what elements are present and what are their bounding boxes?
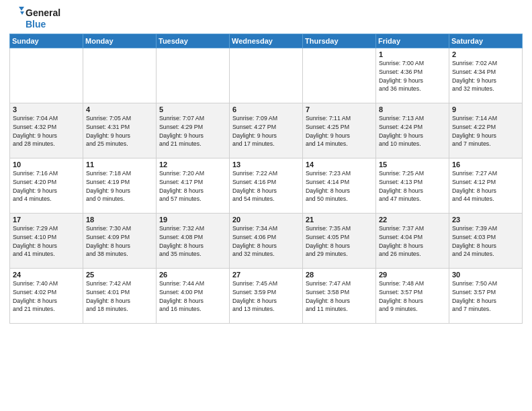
calendar-week-3: 10Sunrise: 7:16 AM Sunset: 4:20 PM Dayli… — [10, 158, 523, 214]
col-header-saturday: Saturday — [449, 34, 523, 48]
calendar-week-2: 3Sunrise: 7:04 AM Sunset: 4:32 PM Daylig… — [10, 103, 523, 158]
calendar-cell — [83, 48, 157, 103]
day-info: Sunrise: 7:23 AM Sunset: 4:14 PM Dayligh… — [306, 169, 373, 203]
day-info: Sunrise: 7:25 AM Sunset: 4:13 PM Dayligh… — [379, 169, 446, 203]
day-info: Sunrise: 7:34 AM Sunset: 4:06 PM Dayligh… — [232, 224, 300, 259]
calendar-cell: 22Sunrise: 7:37 AM Sunset: 4:04 PM Dayli… — [376, 214, 449, 269]
day-number: 24 — [13, 271, 80, 279]
day-number: 21 — [306, 216, 373, 224]
calendar-cell: 12Sunrise: 7:20 AM Sunset: 4:17 PM Dayli… — [157, 158, 230, 214]
day-number: 4 — [86, 105, 153, 113]
calendar-week-1: 1Sunrise: 7:00 AM Sunset: 4:36 PM Daylig… — [10, 48, 523, 103]
day-number: 12 — [159, 161, 226, 169]
logo-graphic-icon — [9, 7, 24, 19]
calendar-cell: 25Sunrise: 7:42 AM Sunset: 4:01 PM Dayli… — [83, 269, 157, 324]
day-info: Sunrise: 7:29 AM Sunset: 4:10 PM Dayligh… — [13, 224, 80, 259]
header: General Blue — [9, 7, 523, 30]
calendar-week-4: 17Sunrise: 7:29 AM Sunset: 4:10 PM Dayli… — [10, 214, 523, 269]
calendar-cell: 7Sunrise: 7:11 AM Sunset: 4:25 PM Daylig… — [303, 103, 376, 158]
day-number: 2 — [452, 50, 519, 58]
page: General Blue SundayMondayTuesdayWednesda… — [0, 0, 532, 411]
calendar-cell: 23Sunrise: 7:39 AM Sunset: 4:03 PM Dayli… — [449, 214, 523, 269]
day-number: 26 — [159, 271, 226, 279]
day-info: Sunrise: 7:16 AM Sunset: 4:20 PM Dayligh… — [13, 169, 80, 203]
day-info: Sunrise: 7:00 AM Sunset: 4:36 PM Dayligh… — [379, 59, 446, 93]
col-header-tuesday: Tuesday — [157, 34, 230, 48]
calendar-cell — [10, 48, 83, 103]
col-header-thursday: Thursday — [303, 34, 376, 48]
day-number: 28 — [306, 271, 373, 279]
day-number: 10 — [13, 161, 80, 169]
day-info: Sunrise: 7:02 AM Sunset: 4:34 PM Dayligh… — [452, 59, 519, 93]
svg-marker-1 — [20, 11, 24, 15]
calendar-cell: 16Sunrise: 7:27 AM Sunset: 4:12 PM Dayli… — [449, 158, 523, 214]
day-number: 14 — [306, 161, 373, 169]
day-number: 19 — [159, 216, 226, 224]
day-number: 25 — [86, 271, 153, 279]
logo-blue-text: Blue — [26, 19, 46, 30]
calendar-cell: 1Sunrise: 7:00 AM Sunset: 4:36 PM Daylig… — [376, 48, 449, 103]
day-info: Sunrise: 7:50 AM Sunset: 3:57 PM Dayligh… — [452, 279, 519, 314]
day-info: Sunrise: 7:47 AM Sunset: 3:58 PM Dayligh… — [306, 279, 373, 314]
day-info: Sunrise: 7:07 AM Sunset: 4:29 PM Dayligh… — [159, 114, 226, 148]
calendar-cell: 8Sunrise: 7:13 AM Sunset: 4:24 PM Daylig… — [376, 103, 449, 158]
calendar-cell: 11Sunrise: 7:18 AM Sunset: 4:19 PM Dayli… — [83, 158, 157, 214]
day-number: 8 — [379, 105, 446, 113]
day-number: 17 — [13, 216, 80, 224]
day-info: Sunrise: 7:45 AM Sunset: 3:59 PM Dayligh… — [232, 279, 300, 314]
day-number: 27 — [232, 271, 300, 279]
day-info: Sunrise: 7:27 AM Sunset: 4:12 PM Dayligh… — [452, 169, 519, 203]
day-info: Sunrise: 7:18 AM Sunset: 4:19 PM Dayligh… — [86, 169, 153, 203]
calendar-cell — [230, 48, 303, 103]
day-number: 6 — [232, 105, 300, 113]
day-info: Sunrise: 7:37 AM Sunset: 4:04 PM Dayligh… — [379, 224, 446, 259]
calendar-week-5: 24Sunrise: 7:40 AM Sunset: 4:02 PM Dayli… — [10, 269, 523, 324]
day-info: Sunrise: 7:14 AM Sunset: 4:22 PM Dayligh… — [452, 114, 519, 148]
day-info: Sunrise: 7:13 AM Sunset: 4:24 PM Dayligh… — [379, 114, 446, 148]
calendar-cell: 24Sunrise: 7:40 AM Sunset: 4:02 PM Dayli… — [10, 269, 83, 324]
logo: General Blue — [9, 7, 60, 30]
calendar-cell: 30Sunrise: 7:50 AM Sunset: 3:57 PM Dayli… — [449, 269, 523, 324]
calendar-table: SundayMondayTuesdayWednesdayThursdayFrid… — [9, 34, 523, 324]
day-number: 20 — [232, 216, 300, 224]
calendar-cell: 15Sunrise: 7:25 AM Sunset: 4:13 PM Dayli… — [376, 158, 449, 214]
calendar-cell: 26Sunrise: 7:44 AM Sunset: 4:00 PM Dayli… — [157, 269, 230, 324]
calendar-cell: 21Sunrise: 7:35 AM Sunset: 4:05 PM Dayli… — [303, 214, 376, 269]
day-number: 22 — [379, 216, 446, 224]
day-info: Sunrise: 7:22 AM Sunset: 4:16 PM Dayligh… — [232, 169, 300, 203]
calendar-cell: 27Sunrise: 7:45 AM Sunset: 3:59 PM Dayli… — [230, 269, 303, 324]
day-number: 11 — [86, 161, 153, 169]
day-info: Sunrise: 7:44 AM Sunset: 4:00 PM Dayligh… — [159, 279, 226, 314]
calendar-cell: 20Sunrise: 7:34 AM Sunset: 4:06 PM Dayli… — [230, 214, 303, 269]
day-number: 7 — [306, 105, 373, 113]
calendar-cell: 4Sunrise: 7:05 AM Sunset: 4:31 PM Daylig… — [83, 103, 157, 158]
day-number: 9 — [452, 105, 519, 113]
calendar-cell: 28Sunrise: 7:47 AM Sunset: 3:58 PM Dayli… — [303, 269, 376, 324]
day-info: Sunrise: 7:42 AM Sunset: 4:01 PM Dayligh… — [86, 279, 153, 314]
calendar-cell: 14Sunrise: 7:23 AM Sunset: 4:14 PM Dayli… — [303, 158, 376, 214]
calendar-cell: 29Sunrise: 7:48 AM Sunset: 3:57 PM Dayli… — [376, 269, 449, 324]
col-header-friday: Friday — [376, 34, 449, 48]
day-info: Sunrise: 7:20 AM Sunset: 4:17 PM Dayligh… — [159, 169, 226, 203]
day-info: Sunrise: 7:11 AM Sunset: 4:25 PM Dayligh… — [306, 114, 373, 148]
day-info: Sunrise: 7:32 AM Sunset: 4:08 PM Dayligh… — [159, 224, 226, 259]
day-info: Sunrise: 7:40 AM Sunset: 4:02 PM Dayligh… — [13, 279, 80, 314]
calendar-cell: 13Sunrise: 7:22 AM Sunset: 4:16 PM Dayli… — [230, 158, 303, 214]
day-number: 5 — [159, 105, 226, 113]
day-number: 16 — [452, 161, 519, 169]
day-info: Sunrise: 7:05 AM Sunset: 4:31 PM Dayligh… — [86, 114, 153, 148]
day-info: Sunrise: 7:30 AM Sunset: 4:09 PM Dayligh… — [86, 224, 153, 259]
calendar-cell: 6Sunrise: 7:09 AM Sunset: 4:27 PM Daylig… — [230, 103, 303, 158]
calendar-cell — [157, 48, 230, 103]
calendar-cell: 9Sunrise: 7:14 AM Sunset: 4:22 PM Daylig… — [449, 103, 523, 158]
day-info: Sunrise: 7:04 AM Sunset: 4:32 PM Dayligh… — [13, 114, 80, 148]
calendar-cell: 10Sunrise: 7:16 AM Sunset: 4:20 PM Dayli… — [10, 158, 83, 214]
calendar-cell: 17Sunrise: 7:29 AM Sunset: 4:10 PM Dayli… — [10, 214, 83, 269]
svg-marker-0 — [19, 7, 24, 11]
day-number: 29 — [379, 271, 446, 279]
day-number: 1 — [379, 50, 446, 58]
day-info: Sunrise: 7:09 AM Sunset: 4:27 PM Dayligh… — [232, 114, 300, 148]
col-header-sunday: Sunday — [10, 34, 83, 48]
day-number: 18 — [86, 216, 153, 224]
calendar-cell — [303, 48, 376, 103]
